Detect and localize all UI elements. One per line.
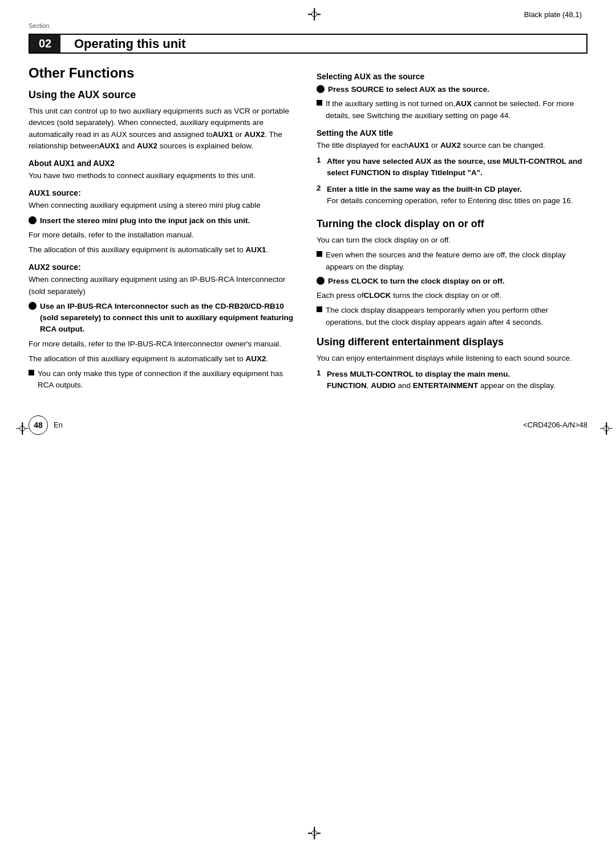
bullet-clock-even: Even when the sources and the feature de… — [317, 249, 587, 273]
clock-note: Each press ofCLOCK turns the clock displ… — [317, 290, 587, 301]
bullet-press-source: Press SOURCE to select AUX as the source… — [317, 84, 587, 95]
entertainment-heading: Using different entertainment displays — [317, 336, 587, 348]
bullet-ip-bus: Use an IP-BUS-RCA Interconnector such as… — [29, 301, 299, 336]
square-bullet-icon-4 — [317, 306, 322, 312]
bullet-insert-text: Insert the stereo mini plug into the inp… — [40, 215, 250, 227]
bullet-clock-disappears-text: The clock display disappears temporarily… — [326, 305, 587, 328]
aux2-more2: The allocation of this auxiliary equipme… — [29, 353, 299, 365]
square-bullet-icon — [29, 370, 34, 375]
right-column: Selecting AUX as the source Press SOURCE… — [317, 65, 587, 398]
page-container: Black plate (48,1) Section 02 Operating … — [0, 0, 616, 844]
circle-bullet-icon-4 — [317, 277, 325, 285]
aux-intro: This unit can control up to two auxiliar… — [29, 106, 299, 152]
page-heading: Other Functions — [29, 65, 299, 81]
setting-heading: Setting the AUX title — [317, 128, 587, 138]
ent-step-1-text: Press MULTI-CONTROL to display the main … — [327, 370, 510, 378]
about-text: You have two methods to connect auxiliar… — [29, 170, 299, 181]
section-heading-aux: Using the AUX source — [29, 89, 299, 101]
setting-text: The title displayed for eachAUX1 or AUX2… — [317, 140, 587, 151]
step-2-text: Enter a title in the same way as the bui… — [327, 185, 522, 193]
step-2-detail: For details concerning operation, refer … — [327, 195, 573, 207]
bullet-aux-note-text: If the auxiliary setting is not turned o… — [326, 98, 587, 122]
circle-bullet-icon-3 — [317, 85, 325, 93]
black-plate-label: Black plate (48,1) — [524, 10, 582, 19]
section-label: Section — [29, 22, 587, 29]
section-number: 02 — [30, 35, 60, 53]
selecting-heading: Selecting AUX as the source — [317, 72, 587, 81]
bullet-clock-even-text: Even when the sources and the feature de… — [326, 249, 587, 273]
footer-lang: En — [54, 421, 63, 429]
aux1-more1: For more details, refer to the installat… — [29, 229, 299, 241]
aux1-more2: The allocation of this auxiliary equipme… — [29, 244, 299, 256]
entertainment-intro: You can enjoy entertainment displays whi… — [317, 353, 587, 364]
step-1-text: After you have selected AUX as the sourc… — [327, 156, 587, 179]
section-title: Operating this unit — [74, 37, 186, 51]
bullet-press-clock-text: Press CLOCK to turn the clock display on… — [328, 276, 505, 287]
aux2-text: When connecting auxiliary equipment usin… — [29, 274, 299, 297]
step-2: 2 Enter a title in the same way as the b… — [317, 184, 587, 211]
bullet-rca-text: You can only make this type of connectio… — [38, 368, 299, 391]
circle-bullet-icon — [29, 216, 37, 224]
clock-intro: You can turn the clock display on or off… — [317, 235, 587, 246]
footer: 48 En <CRD4206-A/N>48 — [29, 415, 587, 435]
section-bar: 02 Operating this unit — [29, 34, 587, 54]
about-heading: About AUX1 and AUX2 — [29, 159, 299, 168]
bullet-clock-disappears: The clock display disappears temporarily… — [317, 305, 587, 328]
clock-heading: Turning the clock display on or off — [317, 218, 587, 230]
square-bullet-icon-3 — [317, 251, 322, 257]
square-bullet-icon-2 — [317, 100, 322, 106]
bullet-press-clock: Press CLOCK to turn the clock display on… — [317, 276, 587, 287]
left-column: Other Functions Using the AUX source Thi… — [29, 65, 299, 398]
bullet-insert-plug: Insert the stereo mini plug into the inp… — [29, 215, 299, 227]
footer-code: <CRD4206-A/N>48 — [523, 421, 587, 429]
page-number: 48 — [29, 415, 48, 435]
bullet-aux-note: If the auxiliary setting is not turned o… — [317, 98, 587, 122]
step-1: 1 After you have selected AUX as the sou… — [317, 156, 587, 179]
bullet-press-source-text: Press SOURCE to select AUX as the source… — [328, 84, 489, 95]
bullet-ip-bus-text: Use an IP-BUS-RCA Interconnector such as… — [40, 301, 299, 336]
aux2-heading: AUX2 source: — [29, 263, 299, 272]
aux1-text: When connecting auxiliary equipment usin… — [29, 200, 299, 211]
main-content: Other Functions Using the AUX source Thi… — [29, 65, 587, 398]
aux1-heading: AUX1 source: — [29, 188, 299, 197]
ent-step-1: 1 Press MULTI-CONTROL to display the mai… — [317, 369, 587, 395]
ent-step-1-detail: FUNCTION, AUDIO and ENTERTAINMENT appear… — [327, 380, 556, 391]
bullet-rca-outputs: You can only make this type of connectio… — [29, 368, 299, 391]
aux2-more1: For more details, refer to the IP-BUS-RC… — [29, 338, 299, 350]
circle-bullet-icon-2 — [29, 302, 37, 310]
